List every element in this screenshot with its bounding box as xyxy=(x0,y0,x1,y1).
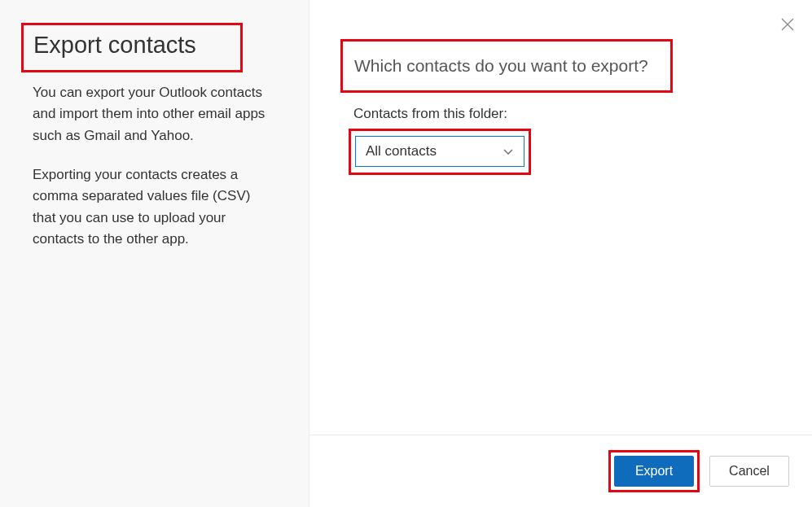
folder-dropdown[interactable]: All contacts xyxy=(355,136,525,167)
dialog-title: Export contacts xyxy=(33,32,230,59)
dialog-footer: Export Cancel xyxy=(309,435,812,507)
dialog-main: Which contacts do you want to export? Co… xyxy=(309,0,812,507)
cancel-button[interactable]: Cancel xyxy=(709,456,789,487)
export-button[interactable]: Export xyxy=(614,456,694,487)
dialog-content: Which contacts do you want to export? Co… xyxy=(309,0,812,435)
folder-label: Contacts from this folder: xyxy=(353,106,768,122)
question-text: Which contacts do you want to export? xyxy=(354,56,659,76)
title-highlight: Export contacts xyxy=(21,23,243,72)
dropdown-highlight: All contacts xyxy=(349,129,531,175)
dialog-sidebar: Export contacts You can export your Outl… xyxy=(0,0,309,507)
export-contacts-dialog: Export contacts You can export your Outl… xyxy=(0,0,812,507)
description-1: You can export your Outlook contacts and… xyxy=(33,82,276,146)
chevron-down-icon xyxy=(503,146,514,157)
close-button[interactable] xyxy=(778,15,797,34)
description-2: Exporting your contacts creates a comma … xyxy=(33,164,276,250)
export-highlight: Export xyxy=(608,450,700,492)
question-highlight: Which contacts do you want to export? xyxy=(340,39,673,93)
close-icon xyxy=(781,18,794,31)
dropdown-value: All contacts xyxy=(366,143,437,160)
